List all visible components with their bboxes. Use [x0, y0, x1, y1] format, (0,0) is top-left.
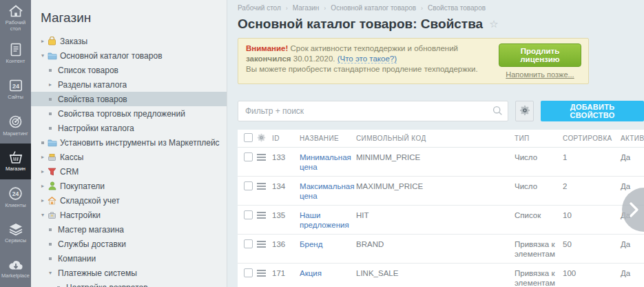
tree-collapsed-arrow-icon[interactable]: ▸ [39, 154, 47, 160]
row-actions-menu-icon[interactable] [257, 152, 266, 162]
sidebar-item-11[interactable]: ▸Покупатели [31, 179, 227, 193]
cell-id: 133 [272, 152, 300, 162]
breadcrumb: Рабочий стол›Магазин›Основной каталог то… [238, 4, 644, 12]
sidebar-item-label: Разделы каталога [58, 80, 127, 90]
table-row: 136БрендBRANDПривязка к элементам50Да [238, 235, 644, 264]
cell-code: LINK_SALE [356, 268, 515, 278]
select-all-checkbox[interactable] [244, 133, 253, 142]
breadcrumb-separator: › [324, 5, 326, 12]
table-row: 171АкцияLINK_SALEПривязка к элементам100… [238, 264, 644, 287]
sidebar-item-4[interactable]: ▸Разделы каталога [31, 77, 227, 92]
tree-collapsed-arrow-icon[interactable]: ▸ [39, 168, 47, 175]
sidebar-item-12[interactable]: ▸Складской учет [31, 193, 227, 208]
row-checkbox[interactable] [244, 210, 253, 219]
sidebar-item-5[interactable]: Свойства товаров [31, 92, 227, 106]
property-name-link[interactable]: Бренд [300, 240, 322, 248]
column-header-sort[interactable]: СОРТИРОВКА [563, 135, 621, 142]
table-row: 135Наши предложенияHITСписок10Да [238, 206, 644, 235]
rail-item-4[interactable]: Маркетинг [0, 108, 31, 144]
sidebar-item-13[interactable]: ▾Настройки [31, 208, 227, 222]
sidebar-item-8[interactable]: Установить инструменты из Маркетплейс [31, 135, 227, 150]
tree-collapsed-arrow-icon[interactable]: ▸ [39, 197, 47, 204]
rail-item-1[interactable]: Рабочий стол [0, 0, 31, 36]
filter-search-input[interactable] [238, 101, 508, 121]
row-checkbox[interactable] [244, 239, 253, 248]
breadcrumb-item[interactable]: Основной каталог товаров [331, 4, 416, 12]
tree-expanded-arrow-icon[interactable]: ▾ [39, 212, 47, 218]
property-name-link[interactable]: Максимальная цена [300, 182, 354, 200]
warning-date: 30.01.2020. [293, 55, 335, 63]
property-name-link[interactable]: Наши предложения [300, 211, 349, 229]
cloud-download-icon [8, 259, 23, 271]
sidebar-item-label: Список товаров [58, 66, 118, 75]
breadcrumb-item[interactable]: Рабочий стол [238, 4, 281, 12]
renew-license-button[interactable]: Продлить лицензию [499, 43, 581, 67]
sidebar-item-1[interactable]: ▸Заказы [31, 34, 227, 48]
grid-body: 133Минимальная ценаMINIMUM_PRICEЧисло1Да… [238, 148, 644, 287]
property-name-link[interactable]: Акция [300, 269, 322, 277]
sidebar-item-18[interactable]: Настройка возвратов [31, 280, 227, 287]
row-actions-menu-icon[interactable] [257, 268, 266, 278]
tree-collapsed-arrow-icon[interactable]: ▸ [46, 81, 54, 88]
app-rail: Рабочий столКонтент24СайтыМаркетингМагаз… [0, 0, 31, 287]
breadcrumb-separator: › [421, 5, 423, 12]
rail-item-8[interactable]: Marketplace [0, 251, 31, 287]
row-checkbox[interactable] [244, 181, 253, 190]
sidebar-item-label: Настройки каталога [58, 123, 134, 133]
row-actions-menu-icon[interactable] [257, 210, 266, 220]
rail-item-2[interactable]: Контент [0, 36, 31, 72]
grid-settings-button[interactable] [515, 101, 534, 121]
sidebar-item-3[interactable]: Список товаров [31, 63, 227, 77]
tree-collapsed-arrow-icon[interactable]: ▸ [39, 38, 47, 44]
sidebar-item-17[interactable]: ▾Платежные системы [31, 266, 227, 280]
rail-item-label: Контент [1, 59, 31, 65]
cell-type: Привязка к элементам [515, 239, 563, 259]
tree-collapsed-arrow-icon[interactable]: ▸ [39, 183, 47, 189]
sidebar-item-9[interactable]: ▸Кассы [31, 150, 227, 164]
sidebar-item-label: Настройка возвратов [66, 283, 148, 287]
orders-icon [47, 37, 57, 46]
app-window: Рабочий столКонтент24СайтыМаркетингМагаз… [0, 0, 644, 287]
sidebar-item-7[interactable]: Настройки каталога [31, 121, 227, 135]
sidebar-item-16[interactable]: Компании [31, 251, 227, 266]
column-header-type[interactable]: ТИП [515, 135, 563, 142]
breadcrumb-item[interactable]: Свойства товаров [428, 4, 486, 12]
cell-id: 136 [272, 239, 300, 249]
property-name-link[interactable]: Минимальная цена [300, 153, 351, 171]
sidebar-item-6[interactable]: Свойства торговых предложений [31, 106, 227, 121]
cell-code: BRAND [356, 239, 515, 249]
sidebar-item-2[interactable]: ▾Основной каталог товаров [31, 48, 227, 63]
column-header-id[interactable]: ID [272, 135, 300, 142]
cell-sort: 100 [563, 268, 621, 278]
sidebar-item-14[interactable]: Мастер магазина [31, 222, 227, 237]
search-icon[interactable] [492, 106, 503, 119]
column-header-code[interactable]: СИМВОЛЬНЫЙ КОД [356, 135, 515, 142]
column-settings-gear-icon[interactable] [257, 132, 266, 144]
add-property-button[interactable]: ДОБАВИТЬ СВОЙСТВО [541, 101, 644, 121]
column-header-name[interactable]: НАЗВАНИЕ [300, 135, 356, 142]
favorite-star-icon[interactable]: ☆ [489, 18, 498, 30]
row-actions-menu-icon[interactable] [257, 181, 266, 191]
rail-item-label: Marketplace [1, 273, 31, 279]
sidebar-menu: ▸Заказы▾Основной каталог товаровСписок т… [31, 34, 227, 287]
tree-bullet-icon [46, 228, 54, 231]
tree-expanded-arrow-icon[interactable]: ▾ [46, 270, 54, 276]
tree-expanded-arrow-icon[interactable]: ▾ [39, 52, 47, 59]
rail-item-7[interactable]: Сервисы [0, 215, 31, 251]
rail-item-6[interactable]: 24Клиенты [0, 179, 31, 215]
row-actions-menu-icon[interactable] [257, 239, 266, 249]
rail-item-3[interactable]: 24Сайты [0, 72, 31, 108]
what-is-this-link[interactable]: (Что это такое?) [337, 55, 397, 63]
row-checkbox[interactable] [244, 268, 253, 277]
column-header-active[interactable]: АКТИВНОСТЬ [621, 135, 644, 142]
rail-item-5[interactable]: Магазин [0, 144, 31, 179]
cell-type: Число [515, 181, 563, 191]
remind-later-link[interactable]: Напомнить позже... [506, 70, 574, 79]
breadcrumb-item[interactable]: Магазин [293, 4, 320, 12]
row-checkbox[interactable] [244, 152, 253, 161]
sidebar-item-10[interactable]: ▸CRM [31, 164, 227, 179]
cell-code: HIT [356, 210, 515, 220]
sidebar-item-15[interactable]: Службы доставки [31, 237, 227, 251]
clock-24-icon: 24 [8, 186, 23, 201]
sidebar-item-label: Настройки [60, 210, 101, 220]
